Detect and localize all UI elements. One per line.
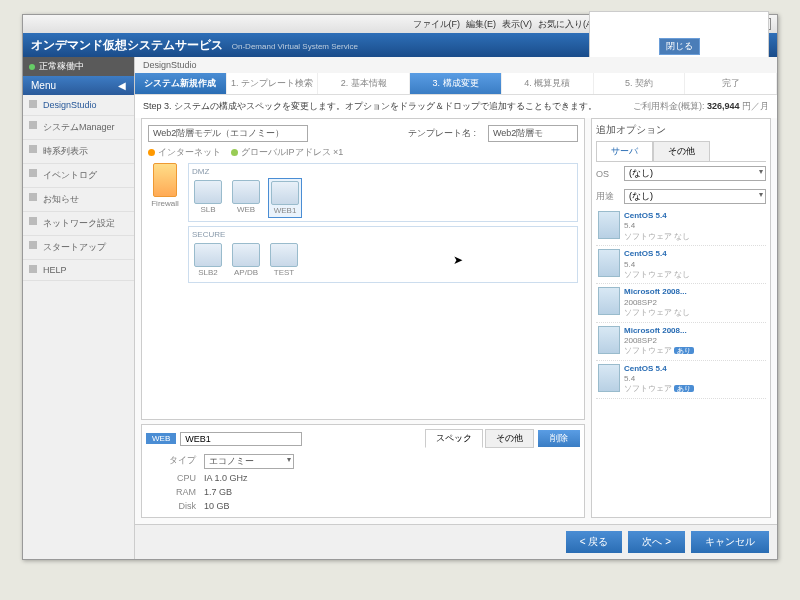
server-icon (194, 243, 222, 267)
filter-use-label: 用途 (596, 190, 620, 203)
app-title: オンデマンド仮想システムサービス (31, 38, 223, 52)
user-label: kawabata001 様 (643, 16, 715, 30)
main-area: DesignStudio システム新規作成1. テンプレート検索2. 基本情報3… (135, 57, 777, 559)
topology-panel: Web2階層モデル（エコノミー） テンプレート名 : Web2階層モ インターネ… (141, 118, 585, 420)
server-node-test[interactable]: TEST (268, 241, 300, 279)
status-indicator: 正常稼働中 (23, 57, 134, 76)
opt-tab-server[interactable]: サーバ (596, 141, 653, 161)
server-icon (271, 181, 299, 205)
server-icon (232, 243, 260, 267)
step-2[interactable]: 2. 基本情報 (318, 73, 410, 94)
internet-label: インターネット (148, 146, 221, 159)
firewall-node[interactable]: Firewall (148, 163, 182, 287)
server-node-ap/db[interactable]: AP/DB (230, 241, 262, 279)
sidebar-item-2[interactable]: 時系列表示 (23, 140, 134, 164)
os-icon (598, 326, 620, 354)
os-option-0[interactable]: CentOS 5.45.4ソフトウェア なし (596, 208, 766, 246)
header-close-button[interactable]: 閉じる (659, 38, 700, 55)
global-ip-label: グローバルIPアドレス ×1 (231, 146, 343, 159)
sidebar-item-6[interactable]: スタートアップ (23, 236, 134, 260)
opt-tab-other[interactable]: その他 (653, 141, 710, 161)
firewall-icon (153, 163, 177, 197)
menu-file[interactable]: ファイル(F) (413, 18, 461, 31)
app-subtitle: On-Demand Virtual System Service (232, 42, 358, 51)
detail-panel: WEB スペック その他 削除 タイプエコノミーCPUIA 1.0 GHzRAM… (141, 424, 585, 518)
globe-icon (231, 149, 238, 156)
tab-spec[interactable]: スペック (425, 429, 483, 448)
os-icon (598, 249, 620, 277)
sidebar-item-5[interactable]: ネットワーク設定 (23, 212, 134, 236)
breadcrumb: DesignStudio (135, 57, 777, 73)
server-icon (232, 180, 260, 204)
type-select[interactable]: エコノミー (204, 454, 294, 469)
server-name-input[interactable] (180, 432, 302, 446)
step-0[interactable]: システム新規作成 (135, 73, 227, 94)
footer: < 戻る 次へ > キャンセル (135, 524, 777, 559)
options-title: 追加オプション (596, 123, 766, 137)
server-node-web[interactable]: WEB (230, 178, 262, 218)
sidebar-item-7[interactable]: HELP (23, 260, 134, 281)
cancel-button[interactable]: キャンセル (691, 531, 769, 553)
price-display: ご利用料金(概算): 326,944 円／月 (633, 100, 769, 113)
os-option-2[interactable]: Microsoft 2008...2008SP2ソフトウェア なし (596, 284, 766, 322)
app-header: オンデマンド仮想システムサービス On-Demand Virtual Syste… (23, 33, 777, 57)
menu-fav[interactable]: お気に入り(A) (538, 18, 595, 31)
app-window: ファイル(F) 編集(E) 表示(V) お気に入り(A) ツール(T) ヘルプ(… (22, 14, 778, 560)
zone-dmz: DMZSLBWEBWEB1 (188, 163, 578, 222)
sidebar-item-3[interactable]: イベントログ (23, 164, 134, 188)
filter-use-select[interactable]: (なし) (624, 189, 766, 204)
spec-row-RAM: RAM1.7 GB (146, 485, 580, 499)
spec-row-タイプ: タイプエコノミー (146, 452, 580, 471)
internet-icon (148, 149, 155, 156)
step-4[interactable]: 4. 概算見積 (502, 73, 594, 94)
detail-type-tag: WEB (146, 433, 176, 444)
server-icon (270, 243, 298, 267)
wizard-steps: システム新規作成1. テンプレート検索2. 基本情報3. 構成変更4. 概算見積… (135, 73, 777, 95)
template-name-field[interactable]: Web2階層モ (488, 125, 578, 142)
os-icon (598, 211, 620, 239)
model-name-field[interactable]: Web2階層モデル（エコノミー） (148, 125, 308, 142)
template-label: テンプレート名 : (408, 127, 476, 140)
instruction-bar: Step 3. システムの構成やスペックを変更します。オプションをドラッグ＆ドロ… (135, 95, 777, 118)
delete-button[interactable]: 削除 (538, 430, 580, 447)
filter-os-label: OS (596, 169, 620, 179)
back-button[interactable]: < 戻る (566, 531, 623, 553)
os-option-4[interactable]: CentOS 5.45.4ソフトウェアあり (596, 361, 766, 399)
tab-other[interactable]: その他 (485, 429, 534, 448)
menu-header[interactable]: Menu◀ (23, 76, 134, 95)
sidebar: 正常稼働中 Menu◀ DesignStudioシステムManager時系列表示… (23, 57, 135, 559)
os-option-1[interactable]: CentOS 5.45.4ソフトウェア なし (596, 246, 766, 284)
step-text: Step 3. システムの構成やスペックを変更します。オプションをドラッグ＆ドロ… (143, 100, 597, 113)
spec-row-Disk: Disk10 GB (146, 499, 580, 513)
server-icon (194, 180, 222, 204)
menu-edit[interactable]: 編集(E) (466, 18, 496, 31)
chevron-left-icon: ◀ (118, 80, 126, 91)
step-6[interactable]: 完了 (685, 73, 777, 94)
os-option-3[interactable]: Microsoft 2008...2008SP2ソフトウェアあり (596, 323, 766, 361)
sidebar-item-4[interactable]: お知らせ (23, 188, 134, 212)
zone-label: DMZ (192, 167, 574, 176)
zone-label: SECURE (192, 230, 574, 239)
server-node-slb[interactable]: SLB (192, 178, 224, 218)
options-panel: 追加オプション サーバ その他 OS (なし) 用途 (なし) CentOS 5… (591, 118, 771, 518)
step-1[interactable]: 1. テンプレート検索 (227, 73, 319, 94)
os-icon (598, 364, 620, 392)
os-icon (598, 287, 620, 315)
server-node-slb2[interactable]: SLB2 (192, 241, 224, 279)
server-node-web1[interactable]: WEB1 (268, 178, 302, 218)
spec-row-CPU: CPUIA 1.0 GHz (146, 471, 580, 485)
sidebar-item-0[interactable]: DesignStudio (23, 95, 134, 116)
step-5[interactable]: 5. 契約 (594, 73, 686, 94)
filter-os-select[interactable]: (なし) (624, 166, 766, 181)
next-button[interactable]: 次へ > (628, 531, 685, 553)
step-3[interactable]: 3. 構成変更 (410, 73, 502, 94)
menu-view[interactable]: 表示(V) (502, 18, 532, 31)
zone-secure: SECURESLB2AP/DBTEST (188, 226, 578, 283)
sidebar-item-1[interactable]: システムManager (23, 116, 134, 140)
